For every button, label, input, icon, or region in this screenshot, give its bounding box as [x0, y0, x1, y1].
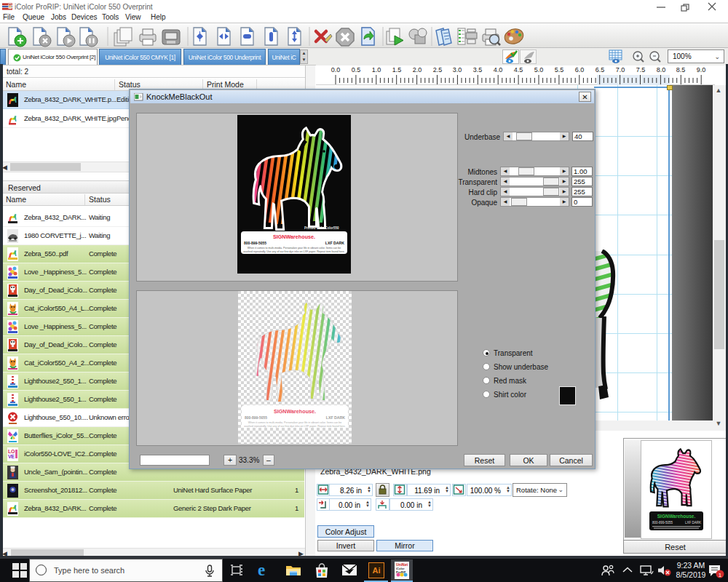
svg-text:1: 1 — [719, 572, 722, 578]
svg-text:800-899-5055: 800-899-5055 — [244, 241, 266, 245]
svg-text:8.5: 8.5 — [676, 66, 686, 73]
svg-text:SIGNWarehouse.: SIGNWarehouse. — [273, 234, 315, 240]
svg-text:8.0: 8.0 — [657, 66, 666, 73]
svg-text:When it comes to multi-media.: When it comes to multi-media. Personaliz… — [248, 421, 341, 424]
svg-text:7.5: 7.5 — [636, 66, 646, 73]
svg-text:washed repeatedly. Use any of: washed repeatedly. Use any of our fine d… — [244, 425, 345, 428]
svg-text:LO: LO — [8, 449, 15, 454]
svg-text:2.0: 2.0 — [413, 66, 422, 73]
svg-text:5.5: 5.5 — [555, 66, 564, 73]
svg-text:SIGNWarehouse.: SIGNWarehouse. — [274, 408, 316, 415]
svg-text:LXF DARK: LXF DARK — [685, 521, 701, 525]
svg-text:800-899-5055: 800-899-5055 — [652, 521, 673, 525]
svg-text:3.0: 3.0 — [453, 66, 462, 73]
svg-text:LXF DARK: LXF DARK — [326, 415, 345, 420]
svg-text:5.0: 5.0 — [534, 66, 544, 73]
svg-text:800-899-5055: 800-899-5055 — [245, 415, 267, 420]
svg-text:7.0: 7.0 — [616, 66, 625, 73]
svg-text:3.5: 3.5 — [473, 66, 483, 73]
svg-text:washed repeatedly. Use any of: washed repeatedly. Use any of our fine d… — [243, 250, 344, 253]
svg-text:2.5: 2.5 — [433, 66, 443, 73]
svg-text:9.0: 9.0 — [697, 66, 706, 73]
svg-text:4.0: 4.0 — [494, 66, 503, 73]
svg-text:When it comes to multi-media.: When it comes to multi-media. Personaliz… — [248, 247, 341, 250]
svg-text:6.0: 6.0 — [575, 66, 585, 73]
svg-text:0.5: 0.5 — [352, 66, 361, 73]
svg-text:4.5: 4.5 — [514, 66, 523, 73]
svg-text:1.0: 1.0 — [372, 66, 381, 73]
svg-text:SIGNWarehouse.: SIGNWarehouse. — [657, 514, 696, 519]
svg-text:LXF DARK: LXF DARK — [325, 241, 344, 245]
svg-text:Printed with iColor550: Printed with iColor550 — [304, 226, 339, 230]
svg-text:VE: VE — [8, 454, 15, 459]
svg-text:1.5: 1.5 — [392, 66, 402, 73]
svg-text:0.0: 0.0 — [331, 66, 341, 73]
svg-text:6.5: 6.5 — [596, 66, 605, 73]
